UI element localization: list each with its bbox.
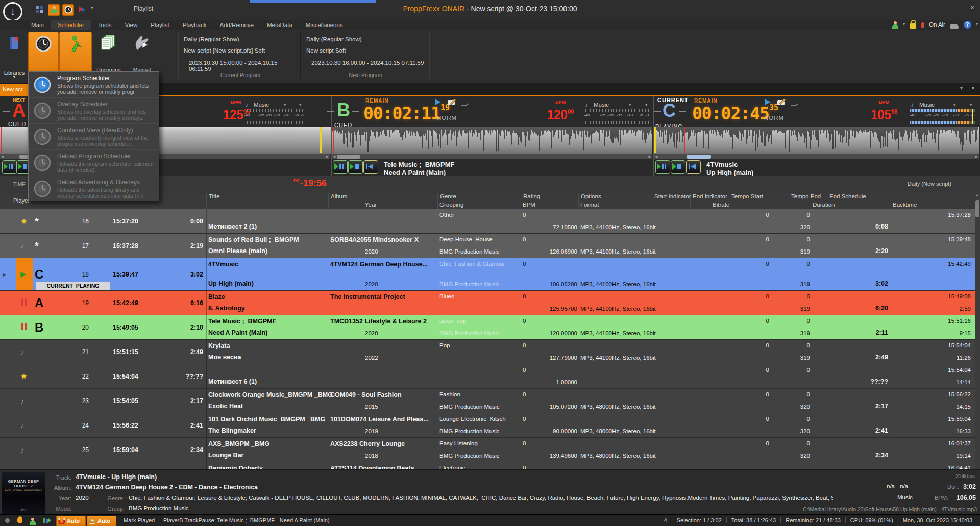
deck-c-fade-icon[interactable] xyxy=(790,101,799,108)
deck-c-source-select[interactable]: Music xyxy=(919,102,935,108)
tab-playback[interactable]: Playback xyxy=(176,20,213,30)
col-subheader-genre[interactable]: Grouping xyxy=(439,202,463,208)
playlist-row-23[interactable]: ♪2315:54:052:17Clockwork Orange Music_BM… xyxy=(0,389,980,413)
tab-tools[interactable]: Tools xyxy=(91,20,118,30)
row-duration: 6:20 xyxy=(875,305,888,312)
deck-b-source-select[interactable]: Music xyxy=(594,102,609,108)
deck-c-scrollbar[interactable]: ◀ ▶ xyxy=(654,154,979,159)
playlist-row-17[interactable]: ♪*1715:37:282:19Sounds of Red Bull ; BMG… xyxy=(0,234,980,258)
deck-c-source-caret-icon[interactable]: ▾ xyxy=(953,102,956,107)
playlist-row-20[interactable]: B2015:49:052:10Tele Music ; BMGPMFNeed A… xyxy=(0,315,980,340)
user-icon[interactable] xyxy=(892,21,898,29)
deck-c-playpause-button[interactable] xyxy=(655,160,670,174)
col-header-title[interactable]: Title xyxy=(209,193,219,199)
lock-icon[interactable] xyxy=(910,23,916,29)
bulb-icon[interactable] xyxy=(17,516,22,523)
deck-c-waveform[interactable] xyxy=(654,127,979,154)
user-caret-icon[interactable]: ▾ xyxy=(903,22,905,27)
col-subheader-ei[interactable]: Bitrate xyxy=(713,202,729,208)
col-header-genre[interactable]: Genre xyxy=(440,193,456,199)
deck-a-letter: A xyxy=(12,102,26,120)
deck-b-options-caret-icon[interactable]: ▾ xyxy=(645,102,648,107)
deck-a-source-select[interactable]: Music xyxy=(254,102,269,108)
row-year: 2018 xyxy=(365,453,378,459)
deck-b-playpause-button[interactable] xyxy=(333,160,348,174)
playlist-row-25[interactable]: ♪2515:59:042:34AXS_BMGPM _BMGLounge BarA… xyxy=(0,438,980,462)
close-button[interactable]: × xyxy=(967,4,978,12)
deck-b-scrollbar[interactable]: ◀ ▶ xyxy=(332,154,652,159)
playlist-row-24[interactable]: ♪2415:56:222:41101 Dark Orchid Music_BMG… xyxy=(0,413,980,438)
row-tempo-start: 0 xyxy=(766,212,769,218)
deck-c-playstop-button[interactable] xyxy=(671,160,685,174)
schedulers-dropdown-menu: Program SchedulerShows the program sched… xyxy=(28,71,159,201)
col-header-dur[interactable]: End Schedule xyxy=(829,193,866,199)
deck-b-play-icon[interactable] xyxy=(434,98,442,107)
help-caret-icon[interactable]: ▾ xyxy=(976,22,978,27)
tab-scheduler[interactable]: Scheduler xyxy=(51,20,91,31)
playlist-row-19[interactable]: A1915:42:496:16Blaze8. AstrologyThe Inst… xyxy=(0,291,980,315)
script-tab[interactable]: New scr xyxy=(0,84,31,95)
row-grouping: BMG Production Music xyxy=(439,330,500,336)
deck-b-skipstart-button[interactable] xyxy=(363,160,378,174)
playlist-vscrollbar[interactable]: ▲ xyxy=(975,193,980,469)
col-header-player[interactable]: Player xyxy=(13,197,30,204)
auto-mode-button-2[interactable]: Auto xyxy=(87,516,116,526)
tabstrip-caret-icon[interactable]: ▾ xyxy=(960,85,963,91)
dj-icon[interactable] xyxy=(30,518,36,525)
restore-button[interactable] xyxy=(954,4,966,12)
tab-view[interactable]: View xyxy=(118,20,144,30)
deck-a-playpause-button[interactable] xyxy=(2,160,17,174)
col-subheader-rating[interactable]: BPM xyxy=(523,202,535,208)
col-subheader-end[interactable]: Backtime xyxy=(893,202,917,208)
row-year: 2020 xyxy=(365,281,378,287)
deck-c-play-icon[interactable] xyxy=(764,98,772,107)
minimize-button[interactable]: – xyxy=(942,4,953,12)
deck-a-options-caret-icon[interactable]: ▾ xyxy=(299,102,302,107)
col-header-fmt[interactable]: Options xyxy=(581,193,601,199)
tab-add-remove[interactable]: Add/Remove xyxy=(213,20,260,30)
tabstrip-close-icon[interactable]: × xyxy=(971,85,975,92)
auto-mode-button-1[interactable]: Auto xyxy=(56,516,86,526)
col-subheader-te[interactable]: Duration xyxy=(813,202,835,208)
playlist-row-21[interactable]: ♪2115:51:152:49KrylataМоя весна2022Pop01… xyxy=(0,340,980,364)
col-subheader-fmt[interactable]: Format xyxy=(580,202,599,208)
help-icon[interactable]: ? xyxy=(964,21,971,29)
playlist-mode-icon[interactable] xyxy=(43,517,51,525)
record-indicator-icon[interactable] xyxy=(5,518,10,523)
playlist-row-22[interactable]: ★2215:54:04??:??Метинвест 6 (1)0-1.00000… xyxy=(0,364,980,389)
deck-c-edit-icon[interactable] xyxy=(777,98,786,107)
deck-b-source-caret-icon[interactable]: ▾ xyxy=(629,102,631,107)
deck-a-source-caret-icon[interactable]: ▾ xyxy=(284,102,286,107)
col-header-si[interactable]: Start Indicator xyxy=(654,193,691,199)
deck-c-skipstart-button[interactable] xyxy=(686,160,701,174)
playlist-row-16[interactable]: ★*1615:37:200:08Метинвест 2 (1)Other072.… xyxy=(0,209,980,234)
deck-b-waveform[interactable] xyxy=(332,127,652,154)
deck-b-fade-icon[interactable] xyxy=(460,101,470,108)
pause-icon xyxy=(20,300,28,307)
deck-b-edit-icon[interactable] xyxy=(447,98,456,107)
mic-icon[interactable] xyxy=(921,22,924,28)
menu-item-program-scheduler[interactable]: Program SchedulerShows the program sched… xyxy=(29,72,159,98)
mark-played-button[interactable]: Mark Played xyxy=(124,517,155,523)
row-grouping: BMG Production Music xyxy=(439,453,500,459)
deck-a-bpm-label: BPM xyxy=(231,99,241,105)
cartwall-icon[interactable] xyxy=(950,24,959,29)
col-header-te[interactable]: Tempo End xyxy=(791,193,821,199)
tab-metadata[interactable]: MetaData xyxy=(260,20,299,30)
row-title-line1: Krylata xyxy=(208,342,230,349)
tab-miscellaneous[interactable]: Miscellaneous xyxy=(299,20,350,30)
col-header-ts[interactable]: Tempo Start xyxy=(731,193,763,199)
deck-b-playstop-button[interactable] xyxy=(348,160,363,174)
tab-main[interactable]: Main xyxy=(24,20,51,30)
col-header-ei[interactable]: End Indicator xyxy=(693,193,727,199)
tab-playlist[interactable]: Playlist xyxy=(144,20,176,30)
deck-c-track-artist: 4TVmusic xyxy=(706,161,738,168)
col-header-album[interactable]: Album xyxy=(331,193,348,199)
playlist-row-18[interactable]: ▸▶C1815:39:473:024TVmusicUp High (main)4… xyxy=(0,258,980,291)
status-stat-2: Total: 38 / 1:26:43 xyxy=(726,517,780,523)
deck-c-options-caret-icon[interactable]: ▾ xyxy=(970,102,972,107)
col-header-rating[interactable]: Rating xyxy=(523,193,540,199)
mood-label: Mood: xyxy=(49,506,71,512)
col-subheader-album[interactable]: Year xyxy=(365,202,377,208)
playlist-row-26[interactable]: ♪26Benjamin DohertyATTS114 Downtempo Bea… xyxy=(0,462,980,469)
